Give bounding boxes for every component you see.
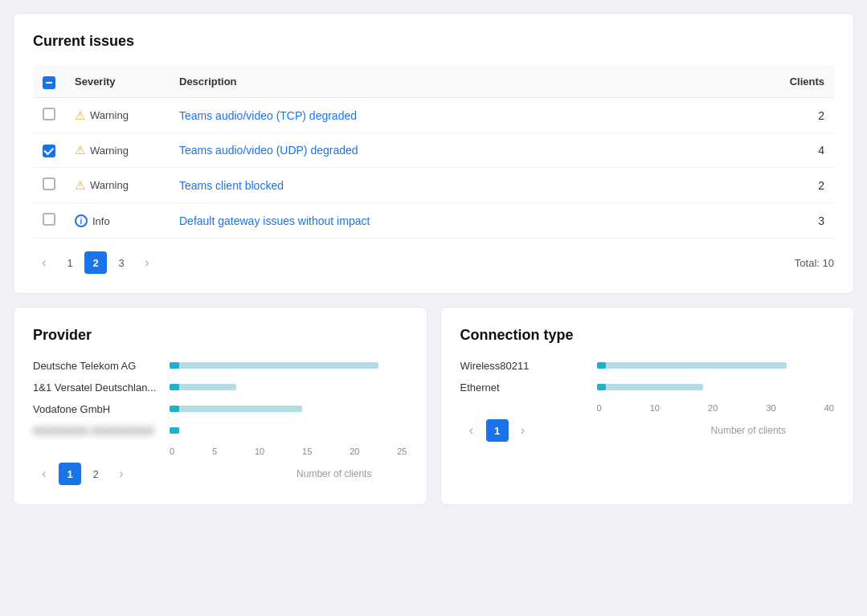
chart-bar-wrap — [597, 361, 835, 372]
chart-bar-wrap — [170, 426, 407, 437]
chart-row: 1&1 Versatel Deutschlan... — [33, 381, 407, 394]
current-issues-title: Current issues — [33, 33, 834, 50]
row-checkbox[interactable] — [43, 177, 55, 190]
page-3-button[interactable]: 3 — [110, 251, 133, 274]
bottom-row: Provider Deutsche Telekom AG1&1 Versatel… — [13, 307, 854, 518]
issues-pagination: ‹ 1 2 3 › Total: 10 — [33, 251, 834, 274]
header-checkbox-cell — [33, 66, 65, 98]
provider-next-button[interactable]: › — [110, 463, 133, 485]
row-checkbox[interactable] — [43, 145, 55, 157]
chart-row: Vodafone GmbH — [33, 403, 407, 415]
row-clients: 2 — [698, 168, 834, 203]
x-axis-label: 10 — [650, 403, 660, 413]
x-axis-label: 25 — [397, 447, 407, 456]
provider-page-1-button[interactable]: 1 — [59, 463, 81, 485]
row-checkbox-cell — [33, 133, 65, 168]
connection-page-controls: ‹ 1 › — [460, 419, 534, 442]
next-page-button[interactable]: › — [136, 251, 158, 274]
warning-icon: ⚠ — [75, 143, 85, 157]
provider-card: Provider Deutsche Telekom AG1&1 Versatel… — [13, 307, 427, 505]
connection-page-1-button[interactable]: 1 — [486, 419, 509, 442]
warning-icon: ⚠ — [75, 108, 85, 123]
x-axis-label: 20 — [350, 447, 359, 456]
row-clients: 2 — [698, 98, 834, 133]
provider-page-controls: ‹ 1 2 › — [33, 463, 133, 485]
chart-bar-wrap — [597, 382, 835, 394]
select-all-checkbox[interactable] — [43, 76, 55, 89]
severity-label: Warning — [90, 145, 129, 157]
prev-page-button[interactable]: ‹ — [33, 251, 55, 274]
header-severity: Severity — [65, 66, 170, 98]
provider-axis-label: Number of clients — [261, 468, 407, 479]
chart-bar-light — [170, 384, 236, 390]
current-issues-card: Current issues Severity Description Clie… — [13, 13, 854, 294]
total-count: Total: 10 — [795, 257, 834, 269]
provider-footer: ‹ 1 2 › Number of clients — [33, 463, 407, 485]
row-checkbox[interactable] — [43, 108, 55, 120]
chart-bar-dark — [170, 362, 179, 369]
header-description: Description — [170, 66, 698, 98]
table-row: ⚠WarningTeams audio/video (UDP) degraded… — [33, 133, 834, 168]
connection-axis-label: Number of clients — [663, 425, 835, 436]
provider-title: Provider — [33, 327, 407, 344]
row-checkbox[interactable] — [43, 213, 55, 226]
row-checkbox-cell — [33, 98, 65, 133]
connection-type-chart: Wireless80211Ethernet010203040 — [460, 360, 835, 413]
row-description: Teams audio/video (TCP) degraded — [170, 98, 698, 133]
chart-bar-dark — [170, 406, 179, 412]
page-1-button[interactable]: 1 — [59, 251, 81, 274]
row-severity: ⚠Warning — [65, 133, 170, 168]
x-axis-label: 5 — [212, 447, 217, 456]
row-clients: 3 — [698, 203, 834, 239]
page-2-button[interactable]: 2 — [84, 251, 107, 274]
chart-bar-dark — [597, 384, 607, 390]
row-severity: ⚠Warning — [65, 168, 170, 203]
chart-bar-dark — [170, 427, 179, 434]
chart-bar-wrap — [170, 361, 407, 372]
table-row: iInfoDefault gateway issues without impa… — [33, 203, 834, 239]
chart-bar-wrap — [170, 382, 407, 394]
chart-row-label: Vodafone GmbH — [33, 403, 162, 415]
chart-row-label: Deutsche Telekom AG — [33, 360, 162, 372]
row-description: Teams client blocked — [170, 168, 698, 203]
provider-page-2-button[interactable]: 2 — [84, 463, 107, 485]
warning-icon: ⚠ — [75, 178, 85, 193]
chart-row: Wireless80211 — [460, 360, 835, 372]
chart-bar-light — [170, 362, 378, 369]
chart-row: XXXXXXXX XXXXXXXXX — [33, 425, 407, 437]
provider-chart: Deutsche Telekom AG1&1 Versatel Deutschl… — [33, 360, 407, 456]
issue-link[interactable]: Default gateway issues without impact — [179, 214, 370, 227]
table-header-row: Severity Description Clients — [33, 66, 834, 98]
chart-bar-light — [170, 406, 302, 412]
provider-prev-button[interactable]: ‹ — [33, 463, 55, 485]
chart-bar-light — [597, 384, 704, 390]
chart-x-axis: 010203040 — [597, 403, 835, 413]
row-description: Default gateway issues without impact — [170, 203, 698, 239]
chart-row: Ethernet — [460, 381, 835, 394]
connection-prev-button[interactable]: ‹ — [460, 419, 483, 442]
row-checkbox-cell — [33, 168, 65, 203]
x-axis-label: 30 — [766, 403, 775, 413]
chart-row-label: Wireless80211 — [460, 360, 589, 372]
chart-bar-dark — [597, 362, 607, 369]
x-axis-label: 40 — [824, 403, 834, 413]
row-severity: ⚠Warning — [65, 98, 170, 133]
x-axis-label: 0 — [597, 403, 602, 413]
chart-row-label: Ethernet — [460, 381, 589, 394]
issue-link[interactable]: Teams audio/video (TCP) degraded — [179, 109, 357, 122]
table-row: ⚠WarningTeams client blocked2 — [33, 168, 834, 203]
chart-row-label: 1&1 Versatel Deutschlan... — [33, 381, 162, 394]
severity-label: Warning — [90, 109, 129, 121]
issues-table: Severity Description Clients ⚠WarningTea… — [33, 66, 834, 239]
connection-type-card: Connection type Wireless80211Ethernet010… — [440, 307, 855, 505]
table-row: ⚠WarningTeams audio/video (TCP) degraded… — [33, 98, 834, 133]
row-description: Teams audio/video (UDP) degraded — [170, 133, 698, 168]
issue-link[interactable]: Teams audio/video (UDP) degraded — [179, 144, 358, 157]
connection-next-button[interactable]: › — [512, 419, 534, 442]
chart-bar-light — [597, 362, 787, 369]
chart-bar-wrap — [170, 404, 407, 415]
issue-link[interactable]: Teams client blocked — [179, 179, 284, 192]
row-checkbox-cell — [33, 203, 65, 239]
connection-footer: ‹ 1 › Number of clients — [460, 419, 835, 442]
severity-label: Info — [92, 215, 110, 227]
